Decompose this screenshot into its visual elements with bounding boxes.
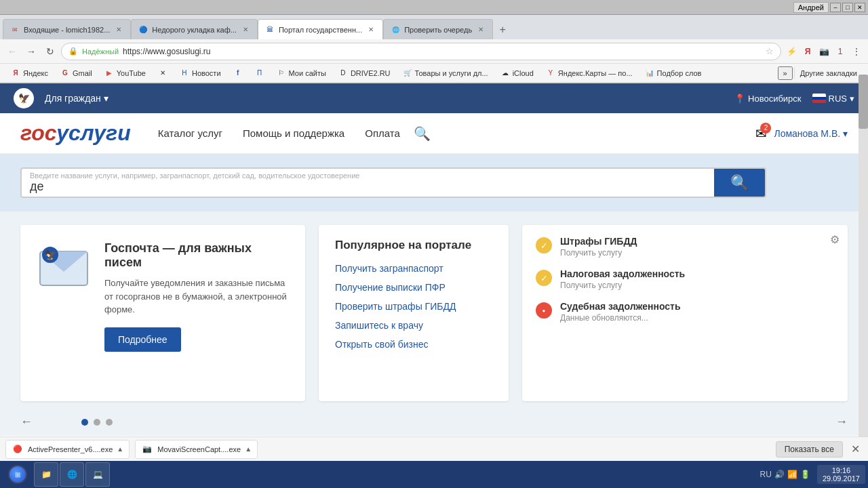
menu-button[interactable]: ⋮	[849, 44, 864, 59]
tab-1[interactable]: ✉ Входящие - lomich1982... ✕	[3, 19, 131, 39]
location-selector[interactable]: 📍 Новосибирск	[734, 94, 802, 104]
site-header-top: 🦅 Для граждан ▾ 📍 Новосибирск RUS ▾	[0, 83, 868, 113]
forward-button[interactable]: →	[23, 43, 39, 60]
location-text: Новосибирск	[748, 94, 802, 104]
tab-4[interactable]: 🌐 Проверить очередь ✕	[383, 19, 493, 39]
popular-link-0[interactable]: Получить загранпаспорт	[335, 263, 492, 274]
language-text: RUS	[829, 94, 847, 104]
window-close[interactable]: ✕	[854, 3, 865, 12]
reload-button[interactable]: ↻	[42, 43, 58, 60]
bookmark-star-icon[interactable]: ☆	[766, 46, 774, 56]
carousel-left-arrow[interactable]: ←	[20, 415, 33, 429]
carousel-right-arrow[interactable]: →	[835, 415, 848, 429]
logo-uslugi: услуги	[56, 121, 131, 145]
battery-icon[interactable]: 🔋	[800, 470, 810, 479]
bookmark-p[interactable]: П	[250, 67, 270, 79]
bookmark-x[interactable]: ✕	[153, 67, 173, 79]
dot-1[interactable]	[94, 419, 100, 426]
volume-icon[interactable]: 🔊	[774, 470, 785, 479]
nav-search-button[interactable]: 🔍	[414, 125, 431, 142]
new-tab-button[interactable]: +	[493, 20, 512, 39]
window-maximize[interactable]: □	[842, 3, 853, 12]
bookmarks-other[interactable]: Другие закладки	[794, 68, 863, 79]
widget-status-2: ●	[536, 302, 552, 319]
taskbar-item-explorer[interactable]: 📁	[34, 462, 58, 487]
bookmark-wordstat[interactable]: 📊 Подбор слов	[639, 67, 707, 79]
bookmark-ymaps[interactable]: Y Яндекс.Карты — по...	[540, 67, 638, 79]
taskbar-right: RU 🔊 📶 🔋 19:16 29.09.2017	[756, 465, 865, 484]
taskbar-item-chrome[interactable]: 🌐	[60, 462, 84, 487]
bookmark-gmail[interactable]: G Gmail	[55, 67, 98, 79]
nav-support[interactable]: Помощь и поддержка	[243, 127, 344, 139]
screen-capture-button[interactable]: 📷	[816, 44, 831, 59]
widget-subtitle-1[interactable]: Получить услугу	[560, 281, 685, 290]
bookmark-news[interactable]: Н Новости	[174, 67, 226, 79]
download-chevron-0[interactable]: ▲	[117, 445, 123, 453]
tab-4-close[interactable]: ✕	[476, 25, 486, 35]
system-clock[interactable]: 19:16 29.09.2017	[817, 465, 865, 484]
search-submit-button[interactable]: 🔍	[714, 169, 765, 197]
tab-3-close[interactable]: ✕	[366, 25, 376, 35]
gosmail-more-button[interactable]: Подробнее	[104, 327, 181, 352]
chrome-icon: 🌐	[66, 468, 78, 481]
mail-icon-wrapper[interactable]: ✉ 2	[755, 125, 767, 142]
scrollbar-thumb[interactable]	[859, 75, 868, 129]
bookmark-drive2[interactable]: D DRIVE2.RU	[333, 67, 396, 79]
keyboard-lang-icon[interactable]: RU	[760, 470, 772, 479]
carousel-nav: ← →	[0, 415, 868, 436]
download-chevron-1[interactable]: ▲	[245, 445, 252, 453]
page-scrollbar[interactable]	[859, 75, 868, 436]
popular-link-2[interactable]: Проверить штрафы ГИБДД	[335, 301, 492, 312]
dot-2[interactable]	[106, 419, 113, 426]
tabs-bar: ✉ Входящие - lomich1982... ✕ 🔵 Недорого …	[0, 15, 868, 39]
download-bar-close-button[interactable]: ✕	[848, 443, 863, 455]
bookmark-yandex[interactable]: Я Яндекс	[5, 67, 54, 79]
gosmail-title: Госпочта — для важных писем	[104, 241, 289, 270]
fb-favicon: f	[233, 68, 243, 78]
search-submit-icon: 🔍	[730, 174, 749, 192]
yandex-button[interactable]: Я	[800, 44, 815, 59]
back-button[interactable]: ←	[4, 43, 20, 60]
widget-title-0: Штрафы ГИБДД	[560, 236, 637, 247]
dot-0[interactable]	[81, 419, 88, 426]
language-selector[interactable]: RUS ▾	[812, 94, 854, 104]
tab-3[interactable]: 🏛 Портал государственн... ✕	[258, 19, 383, 39]
search-box-inner: Введите название услуги, например, загра…	[22, 169, 714, 197]
bookmark-icloud[interactable]: ☁ iCloud	[495, 67, 539, 79]
tab-1-close[interactable]: ✕	[114, 25, 123, 35]
start-button[interactable]: ⊞	[3, 462, 33, 487]
bookmark-shop[interactable]: 🛒 Товары и услуги дл...	[397, 67, 494, 79]
mysites-favicon: ⚐	[277, 68, 286, 78]
1password-button[interactable]: 1	[833, 44, 848, 59]
nav-catalog[interactable]: Каталог услуг	[158, 127, 222, 139]
popular-link-4[interactable]: Открыть свой бизнес	[335, 339, 492, 350]
bookmark-fb[interactable]: f	[228, 67, 248, 79]
popular-links: Получить загранпаспорт Получение выписки…	[335, 263, 492, 350]
user-name[interactable]: Ломанова М.В. ▾	[774, 128, 848, 139]
bookmark-mysites[interactable]: ⚐ Мои сайты	[271, 67, 332, 79]
address-box[interactable]: 🔒 Надёжный https://www.gosuslugi.ru ☆	[61, 43, 781, 60]
bookmark-youtube[interactable]: ▶ YouTube	[99, 67, 151, 79]
bookmarks-more-button[interactable]: »	[778, 66, 793, 80]
tab-2[interactable]: 🔵 Недорого укладка каф... ✕	[131, 19, 258, 39]
widget-subtitle-0[interactable]: Получить услугу	[560, 248, 637, 258]
site-wrapper: 🦅 Для граждан ▾ 📍 Новосибирск RUS ▾ госу…	[0, 83, 868, 436]
tab-3-label: Портал государственн...	[279, 26, 362, 34]
search-input-value[interactable]: де	[30, 180, 706, 194]
network-icon[interactable]: 📶	[787, 470, 797, 479]
taskbar-item-monitor[interactable]: 💻	[85, 462, 110, 487]
widget-status-1: ✓	[536, 270, 552, 286]
show-all-downloads-button[interactable]: Показать все	[776, 441, 843, 458]
window-user: Андрей	[793, 2, 829, 13]
tab-2-close[interactable]: ✕	[241, 25, 250, 35]
drive2-favicon: D	[338, 68, 348, 78]
window-minimize[interactable]: –	[830, 3, 841, 12]
popular-link-3[interactable]: Запишитесь к врачу	[335, 320, 492, 331]
widget-settings-button[interactable]: ⚙	[830, 233, 840, 246]
for-citizens-menu[interactable]: Для граждан ▾	[45, 93, 108, 104]
youtube-favicon: ▶	[104, 68, 114, 78]
popular-link-1[interactable]: Получение выписки ПФР	[335, 282, 492, 293]
nav-payment[interactable]: Оплата	[365, 127, 400, 139]
gosmail-content: Госпочта — для важных писем Получайте ув…	[104, 241, 289, 352]
extensions-button[interactable]: ⚡	[784, 44, 799, 59]
